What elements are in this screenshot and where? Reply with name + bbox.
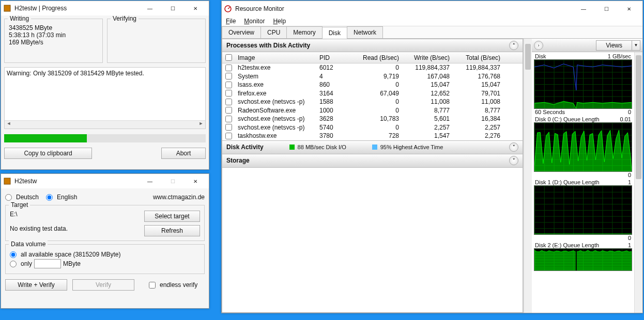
log-line: Warning: Only 3815209 of 3815429 MByte t…: [7, 70, 203, 77]
chart: Disk1 GB/sec60 Seconds0: [534, 53, 632, 115]
close-button[interactable]: ✕: [184, 174, 207, 188]
col-image[interactable]: Image: [235, 54, 316, 61]
table-row[interactable]: h2testw.exe60120119,884,337119,884,337: [222, 63, 523, 72]
close-button[interactable]: ✕: [184, 1, 207, 15]
lang-english-radio[interactable]: English: [46, 194, 77, 201]
row-checkbox[interactable]: [225, 73, 232, 79]
row-checkbox[interactable]: [225, 133, 232, 139]
table-row[interactable]: firefox.exe316467,04912,65279,701: [222, 89, 523, 98]
row-checkbox[interactable]: [225, 107, 232, 114]
scroll-left-icon[interactable]: ◄: [5, 121, 13, 129]
horizontal-scrollbar[interactable]: ◄ ►: [5, 120, 205, 129]
cell-pid: 4: [316, 73, 351, 80]
abort-button[interactable]: Abort: [161, 148, 206, 159]
chevron-down-icon[interactable]: ˅: [509, 156, 518, 165]
table-row[interactable]: lsass.exe860015,04715,047: [222, 81, 523, 89]
scroll-right-icon[interactable]: ►: [197, 121, 205, 129]
vertical-scrollbar[interactable]: [524, 39, 532, 313]
tab-overview[interactable]: Overview: [222, 26, 261, 38]
col-pid[interactable]: PID: [316, 54, 351, 61]
table-row[interactable]: System49,719167,048176,768: [222, 72, 523, 81]
cell-write: 167,048: [402, 73, 453, 80]
res-titlebar[interactable]: Resource Monitor — ☐ ✕: [222, 1, 642, 17]
lang-deutsch-radio[interactable]: Deutsch: [5, 194, 39, 201]
cell-total: 176,768: [453, 73, 503, 80]
processes-panel-header[interactable]: Processes with Disk Activity ˄: [222, 39, 523, 52]
chart: Disk 0 (C:) Queue Length0.010: [534, 116, 632, 178]
writing-time: 5:38:13 h (37:03 min: [9, 31, 98, 39]
cell-read: 0: [351, 107, 402, 114]
dv-only-radio[interactable]: only MByte: [10, 259, 200, 268]
row-checkbox[interactable]: [225, 116, 232, 122]
res-main-pane: Processes with Disk Activity ˄ Image PID…: [222, 39, 524, 313]
dv-only-input[interactable]: [34, 259, 61, 268]
cell-pid: 1000: [316, 107, 351, 114]
menu-help[interactable]: Help: [273, 18, 286, 25]
table-row[interactable]: svchost.exe (netsvcs -p)362810,7835,6011…: [222, 115, 523, 123]
dv-all-radio[interactable]: all available space (3815209 MByte): [10, 251, 200, 258]
cell-pid: 5740: [316, 124, 351, 131]
app-icon: [3, 4, 11, 12]
write-verify-button[interactable]: Write + Verify: [5, 279, 67, 291]
maximize-button[interactable]: ☐: [161, 1, 184, 15]
chevron-up-icon[interactable]: ˄: [509, 41, 518, 50]
menu-monitor[interactable]: Monitor: [244, 18, 265, 25]
minimize-button[interactable]: —: [572, 2, 595, 16]
select-all-checkbox[interactable]: [225, 54, 232, 61]
minimize-button[interactable]: —: [139, 1, 161, 15]
cell-image: svchost.exe (netsvcs -p): [235, 124, 316, 131]
col-total[interactable]: Total (B/sec): [453, 54, 503, 61]
maximize-button[interactable]: ☐: [595, 2, 618, 16]
progress-titlebar[interactable]: H2testw | Progress — ☐ ✕: [1, 1, 209, 15]
row-checkbox[interactable]: [225, 90, 232, 97]
row-checkbox[interactable]: [225, 82, 232, 88]
data-volume-group: Data volume all available space (3815209…: [5, 244, 205, 274]
storage-panel-header[interactable]: Storage ˅: [222, 154, 523, 168]
storage-panel-body: [222, 168, 523, 313]
close-button[interactable]: ✕: [618, 2, 640, 16]
row-checkbox[interactable]: [225, 124, 232, 131]
maximize-button[interactable]: ☐: [161, 174, 184, 188]
row-checkbox[interactable]: [225, 65, 232, 71]
views-dropdown-icon[interactable]: ▼: [632, 40, 640, 51]
row-checkbox[interactable]: [225, 99, 232, 105]
copy-clipboard-button[interactable]: Copy to clipboard: [4, 148, 92, 159]
dv-unit-label: MByte: [63, 260, 81, 267]
h2testw-titlebar[interactable]: H2testw — ☐ ✕: [1, 174, 209, 188]
cell-read: 9,719: [351, 73, 402, 80]
table-row[interactable]: RadeonSoftware.exe100008,7778,777: [222, 106, 523, 115]
endless-verify-checkbox[interactable]: endless verify: [149, 281, 197, 289]
refresh-button[interactable]: Refresh: [144, 225, 200, 236]
table-row[interactable]: svchost.exe (netsvcs -p)574002,2572,257: [222, 123, 523, 132]
side-scrollbar[interactable]: [634, 52, 642, 313]
select-target-button[interactable]: Select target: [144, 211, 200, 222]
tab-disk[interactable]: Disk: [322, 27, 347, 39]
col-read[interactable]: Read (B/sec): [351, 54, 402, 61]
disk-activity-panel-header[interactable]: Disk Activity 88 MB/sec Disk I/O 95% Hig…: [222, 141, 523, 154]
progress-log: Warning: Only 3815209 of 3815429 MByte t…: [4, 67, 206, 129]
tab-network[interactable]: Network: [347, 26, 383, 38]
chevron-down-icon[interactable]: ˅: [509, 142, 518, 152]
writing-label: Writing: [8, 15, 31, 22]
col-write[interactable]: Write (B/sec): [402, 54, 453, 61]
chevron-right-icon[interactable]: ›: [534, 41, 543, 50]
cell-image: RadeonSoftware.exe: [235, 107, 316, 114]
chart-canvas: [534, 59, 632, 109]
tab-cpu[interactable]: CPU: [260, 26, 287, 38]
cell-pid: 3628: [316, 115, 351, 122]
menu-file[interactable]: File: [226, 18, 236, 25]
views-button[interactable]: Views: [596, 40, 632, 51]
scrollbar-thumb[interactable]: [525, 44, 531, 70]
chart-foot-left: 60 Seconds: [535, 109, 565, 115]
table-header: Image PID Read (B/sec) Write (B/sec) Tot…: [222, 52, 523, 63]
verify-button[interactable]: Verify: [72, 279, 134, 291]
legend-io-swatch: [289, 145, 295, 150]
tab-memory[interactable]: Memory: [286, 26, 322, 38]
progress-bar: [4, 134, 206, 142]
minimize-button[interactable]: —: [139, 174, 161, 188]
website-link[interactable]: www.ctmagazin.de: [153, 194, 205, 201]
cell-write: 12,652: [402, 90, 453, 97]
table-row[interactable]: svchost.exe (netsvcs -p)1588011,00811,00…: [222, 98, 523, 106]
scrollbar-thumb[interactable]: [636, 55, 641, 179]
table-row[interactable]: taskhostw.exe37807281,5472,276: [222, 132, 523, 140]
